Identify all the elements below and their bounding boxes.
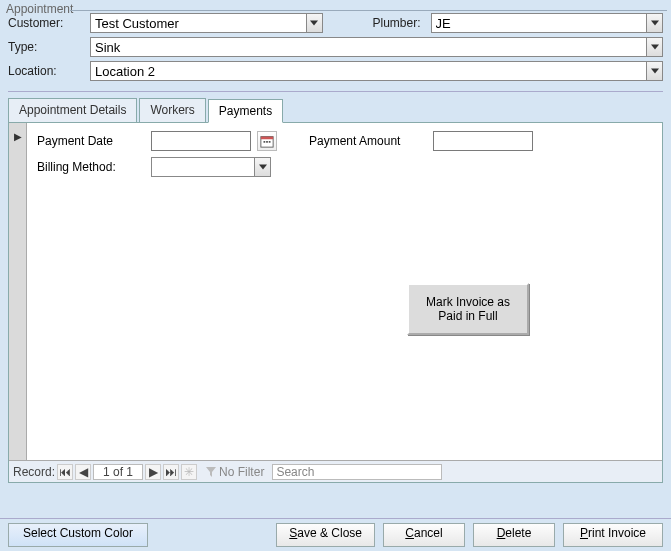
- nav-next-icon[interactable]: ▶: [145, 464, 161, 480]
- tab-workers[interactable]: Workers: [139, 98, 205, 122]
- nav-new-icon[interactable]: ✳: [181, 464, 197, 480]
- record-selector[interactable]: ▶: [9, 123, 27, 482]
- tab-payments[interactable]: Payments: [208, 99, 283, 123]
- customer-combo[interactable]: [90, 13, 323, 33]
- tabs-container: Appointment Details Workers Payments ▶ P…: [8, 98, 663, 483]
- nav-prev-icon[interactable]: ◀: [75, 464, 91, 480]
- tab-appointment-details[interactable]: Appointment Details: [8, 98, 137, 122]
- svg-rect-1: [261, 137, 273, 140]
- payment-amount-input[interactable]: [433, 131, 533, 151]
- search-input[interactable]: Search: [272, 464, 442, 480]
- select-custom-color-button[interactable]: Select Custom Color: [8, 523, 148, 547]
- payment-date-input[interactable]: [151, 131, 251, 151]
- tab-row: Appointment Details Workers Payments: [8, 98, 663, 123]
- chevron-down-icon[interactable]: [255, 157, 271, 177]
- svg-rect-3: [266, 141, 268, 143]
- record-navigation-bar: Record: ⏮ ◀ 1 of 1 ▶ ⏭ ✳ No Filter Searc…: [9, 460, 662, 482]
- svg-rect-4: [269, 141, 271, 143]
- nav-last-icon[interactable]: ⏭: [163, 464, 179, 480]
- footer-bar: Select Custom Color Save & Close Cancel …: [0, 518, 671, 551]
- chevron-down-icon[interactable]: [647, 37, 663, 57]
- appointment-window: Appointment Customer: Plumber: Type: Loc…: [0, 0, 671, 551]
- mark-paid-button[interactable]: Mark Invoice as Paid in Full: [407, 283, 529, 335]
- header-form: Customer: Plumber: Type: Location:: [0, 11, 671, 85]
- customer-input[interactable]: [90, 13, 307, 33]
- record-position[interactable]: 1 of 1: [93, 464, 143, 480]
- cancel-button[interactable]: Cancel: [383, 523, 465, 547]
- type-label: Type:: [8, 40, 86, 54]
- location-combo[interactable]: [90, 61, 663, 81]
- record-label: Record:: [13, 465, 55, 479]
- calendar-icon[interactable]: [257, 131, 277, 151]
- save-close-rest: ave & Close: [297, 526, 362, 540]
- nav-first-icon[interactable]: ⏮: [57, 464, 73, 480]
- type-input[interactable]: [90, 37, 647, 57]
- save-close-button[interactable]: Save & Close: [276, 523, 375, 547]
- filter-icon: [205, 466, 217, 478]
- location-input[interactable]: [90, 61, 647, 81]
- payments-form: Payment Date Payment Amount Billing Meth…: [27, 123, 662, 482]
- print-invoice-button[interactable]: Print Invoice: [563, 523, 663, 547]
- delete-button[interactable]: Delete: [473, 523, 555, 547]
- customer-label: Customer:: [8, 16, 86, 30]
- type-combo[interactable]: [90, 37, 663, 57]
- mark-paid-button-label: Mark Invoice as Paid in Full: [426, 295, 510, 323]
- payment-amount-label: Payment Amount: [309, 134, 427, 148]
- location-label: Location:: [8, 64, 86, 78]
- billing-method-input[interactable]: [151, 157, 255, 177]
- plumber-input[interactable]: [431, 13, 648, 33]
- chevron-down-icon[interactable]: [647, 61, 663, 81]
- filter-status[interactable]: No Filter: [205, 465, 264, 479]
- svg-rect-2: [264, 141, 266, 143]
- payment-date-label: Payment Date: [37, 134, 145, 148]
- billing-method-combo[interactable]: [151, 157, 271, 177]
- plumber-label: Plumber:: [327, 16, 427, 30]
- billing-method-label: Billing Method:: [37, 160, 145, 174]
- no-filter-text: No Filter: [219, 465, 264, 479]
- header-divider: [8, 91, 663, 92]
- current-record-marker-icon: ▶: [9, 123, 26, 142]
- tab-body-payments: ▶ Payment Date Payment Amount Billing Me…: [8, 123, 663, 483]
- chevron-down-icon[interactable]: [307, 13, 323, 33]
- plumber-combo[interactable]: [431, 13, 664, 33]
- chevron-down-icon[interactable]: [647, 13, 663, 33]
